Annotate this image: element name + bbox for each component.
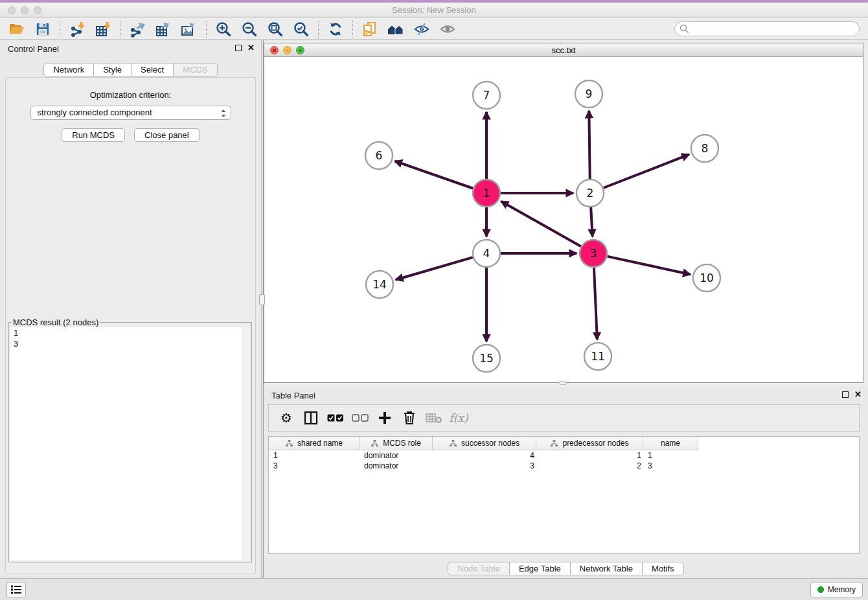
column-header-MCDS-role[interactable]: MCDS role bbox=[360, 437, 433, 450]
column-header-shared-name[interactable]: shared name bbox=[269, 437, 360, 450]
table-settings-button[interactable]: ⚙ bbox=[274, 407, 299, 429]
column-header-predecessor-nodes[interactable]: predecessor nodes bbox=[536, 437, 643, 450]
table-cell[interactable]: dominator bbox=[360, 461, 433, 471]
close-panel-icon[interactable]: ✕ bbox=[247, 44, 255, 52]
show-columns-button[interactable] bbox=[299, 407, 323, 429]
column-header-successor-nodes[interactable]: successor nodes bbox=[433, 437, 536, 450]
vertical-splitter-handle[interactable] bbox=[259, 294, 265, 305]
result-scrollbar[interactable] bbox=[242, 327, 250, 560]
zoom-selected-button[interactable] bbox=[288, 19, 314, 39]
graph-node-6[interactable]: 6 bbox=[365, 142, 393, 169]
table-cell[interactable]: 1 bbox=[643, 450, 698, 461]
tab-mcds[interactable]: MCDS bbox=[174, 63, 217, 76]
table-tab-network-table[interactable]: Network Table bbox=[571, 562, 643, 575]
open-session-button[interactable] bbox=[4, 19, 30, 39]
graph-node-9[interactable]: 9 bbox=[575, 80, 602, 108]
zoom-in-button[interactable] bbox=[211, 19, 236, 39]
graph-node-1[interactable]: 1 bbox=[473, 179, 500, 207]
edge-2-8[interactable] bbox=[603, 154, 689, 188]
edge-3-1[interactable] bbox=[501, 202, 581, 246]
float-table-panel-icon[interactable] bbox=[842, 391, 849, 398]
table-cell[interactable]: 1 bbox=[536, 450, 643, 461]
task-history-button[interactable] bbox=[6, 582, 26, 597]
attribute-type-icon bbox=[285, 439, 293, 448]
graph-node-3[interactable]: 3 bbox=[580, 240, 607, 267]
eye-slash-icon bbox=[413, 21, 430, 38]
zoom-selected-icon bbox=[293, 21, 310, 38]
node-label: 14 bbox=[372, 278, 387, 291]
delete-table-button[interactable] bbox=[422, 407, 446, 429]
graph-node-2[interactable]: 2 bbox=[577, 179, 604, 207]
zoom-fit-button[interactable] bbox=[262, 19, 288, 39]
home-button[interactable] bbox=[383, 19, 409, 39]
graph-node-4[interactable]: 4 bbox=[473, 240, 500, 267]
select-all-button[interactable] bbox=[323, 407, 348, 429]
table-cell[interactable]: 3 bbox=[269, 461, 360, 471]
network-graph[interactable]: 7968124314101511 bbox=[264, 57, 863, 382]
horizontal-splitter-handle[interactable] bbox=[559, 381, 567, 385]
table-tab-motifs[interactable]: Motifs bbox=[643, 562, 684, 575]
run-mcds-button[interactable]: Run MCDS bbox=[62, 128, 125, 142]
add-row-button[interactable] bbox=[372, 407, 397, 429]
table-cell[interactable]: 2 bbox=[536, 461, 643, 471]
graph-node-10[interactable]: 10 bbox=[693, 264, 720, 292]
table-tab-node-table[interactable]: Node Table bbox=[448, 562, 510, 575]
save-session-button[interactable] bbox=[30, 19, 56, 39]
edge-1-6[interactable] bbox=[395, 161, 474, 189]
mcds-result-title: MCDS result (2 nodes) bbox=[12, 317, 100, 327]
deselect-all-button[interactable] bbox=[348, 407, 372, 429]
import-table-button[interactable] bbox=[90, 19, 116, 39]
table-row: 1dominator411 bbox=[269, 450, 859, 461]
mcds-result-list[interactable]: 13 bbox=[10, 327, 250, 560]
toolbar-separator bbox=[318, 21, 319, 38]
node-label: 11 bbox=[591, 350, 605, 363]
column-header-name[interactable]: name bbox=[643, 437, 698, 450]
graph-node-14[interactable]: 14 bbox=[366, 271, 393, 298]
export-table-button[interactable] bbox=[150, 19, 176, 39]
table-cell[interactable]: 3 bbox=[433, 461, 536, 471]
edge-3-11[interactable] bbox=[594, 268, 597, 340]
export-image-button[interactable] bbox=[176, 19, 202, 39]
control-panel: Control Panel ✕ NetworkStyleSelectMCDS O… bbox=[0, 40, 261, 578]
close-panel-button[interactable]: Close panel bbox=[134, 128, 200, 142]
edge-2-3[interactable] bbox=[591, 207, 592, 237]
tab-network[interactable]: Network bbox=[43, 63, 94, 76]
close-table-panel-icon[interactable]: ✕ bbox=[854, 391, 862, 398]
graph-node-8[interactable]: 8 bbox=[691, 135, 718, 162]
mcds-result-node: 3 bbox=[10, 338, 250, 349]
optimization-criterion-select[interactable]: strongly connected component bbox=[30, 106, 231, 120]
function-builder-button[interactable]: f(x) bbox=[446, 407, 471, 429]
edge-2-9[interactable] bbox=[589, 111, 589, 179]
memory-label: Memory bbox=[828, 585, 856, 594]
edge-4-14[interactable] bbox=[396, 257, 473, 280]
export-network-button[interactable] bbox=[124, 19, 150, 39]
memory-button[interactable]: Memory bbox=[810, 582, 863, 597]
node-table-body: 1dominator4113dominator323 bbox=[269, 450, 859, 471]
show-results-button[interactable] bbox=[435, 19, 461, 39]
node-label: 15 bbox=[479, 352, 494, 365]
network-canvas[interactable]: 7968124314101511 bbox=[264, 57, 863, 382]
graph-node-11[interactable]: 11 bbox=[584, 343, 611, 370]
table-cell[interactable]: dominator bbox=[360, 450, 433, 461]
table-cell[interactable]: 1 bbox=[269, 450, 360, 461]
clone-network-button[interactable] bbox=[357, 19, 383, 39]
float-panel-icon[interactable] bbox=[235, 45, 242, 51]
delete-row-button[interactable] bbox=[397, 407, 422, 429]
edge-3-10[interactable] bbox=[607, 257, 690, 275]
table-tab-edge-table[interactable]: Edge Table bbox=[510, 562, 571, 575]
tab-style[interactable]: Style bbox=[94, 63, 131, 76]
search-input[interactable] bbox=[674, 21, 860, 36]
import-network-button[interactable] bbox=[64, 19, 90, 39]
table-tabs: Node TableEdge TableNetwork TableMotifs bbox=[264, 562, 868, 575]
table-cell[interactable]: 4 bbox=[433, 450, 536, 461]
zoom-out-button[interactable] bbox=[236, 19, 262, 39]
optimization-criterion-label: Optimization criterion: bbox=[6, 90, 255, 100]
save-floppy-icon bbox=[35, 21, 51, 37]
hide-results-button[interactable] bbox=[409, 19, 435, 39]
checked-boxes-icon bbox=[327, 414, 344, 422]
graph-node-15[interactable]: 15 bbox=[473, 345, 500, 372]
tab-select[interactable]: Select bbox=[131, 63, 174, 76]
table-cell[interactable]: 3 bbox=[643, 461, 698, 471]
graph-node-7[interactable]: 7 bbox=[473, 82, 500, 109]
refresh-layout-button[interactable] bbox=[323, 19, 348, 39]
